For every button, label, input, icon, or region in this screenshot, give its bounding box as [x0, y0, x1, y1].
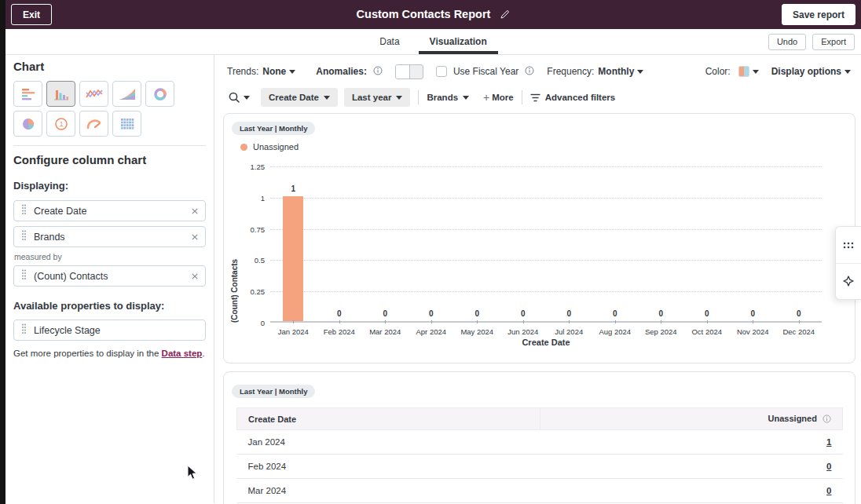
date-range-filter[interactable]: Last year [344, 88, 411, 107]
advanced-filters-button[interactable]: Advanced filters [530, 93, 615, 102]
chart-type-grid: 1 [13, 81, 182, 137]
x-tick-label: Feb 2024 [317, 327, 363, 336]
value-drilldown-link[interactable]: 0 [826, 462, 831, 471]
drag-handle-icon[interactable] [21, 268, 27, 284]
gridline [270, 229, 822, 230]
export-button[interactable]: Export [812, 34, 855, 50]
x-tick-label: Nov 2024 [730, 327, 776, 336]
line-chart-icon[interactable] [79, 81, 108, 107]
save-report-button[interactable]: Save report [782, 4, 856, 25]
trends-dropdown[interactable]: None [262, 66, 295, 77]
bar-value-label: 0 [730, 309, 776, 318]
x-axis-tick [385, 320, 386, 323]
available-fields: Lifecycle Stage [13, 320, 206, 341]
fiscal-year-checkbox[interactable] [436, 66, 447, 77]
dimension-field-0[interactable]: Create Date [13, 200, 206, 221]
info-icon[interactable] [823, 415, 831, 425]
kpi-icon[interactable]: 1 [46, 111, 75, 137]
data-step-link[interactable]: Data step [162, 349, 203, 358]
dimension-field-1-label: Brands [34, 232, 65, 243]
x-axis-tick [339, 320, 340, 323]
ai-sparkle-icon[interactable] [836, 264, 861, 300]
available-property-field[interactable]: Lifecycle Stage [13, 320, 206, 341]
donut-chart-icon[interactable] [145, 81, 174, 107]
value-drilldown-link[interactable]: 1 [826, 437, 831, 447]
table-header-row: Create Date Unassigned [237, 408, 843, 430]
topbar: Exit Custom Contacts Report Save report [5, 0, 861, 29]
tab-data[interactable]: Data [368, 29, 410, 54]
grid-dots-handle-icon[interactable] [836, 227, 861, 264]
remove-icon[interactable] [192, 208, 198, 214]
x-tick-label: Sep 2024 [638, 327, 684, 336]
fiscal-year-label: Use Fiscal Year [453, 66, 518, 77]
more-filters-button[interactable]: + More [483, 91, 514, 104]
drag-handle-icon[interactable] [21, 323, 27, 338]
frequency-dropdown[interactable]: Monthly [598, 66, 643, 77]
displaying-label: Displaying: [13, 180, 206, 192]
column-header-create-date: Create Date [237, 408, 540, 430]
bar-value-label: 0 [500, 309, 547, 318]
edit-title-pencil-icon[interactable] [500, 9, 510, 22]
anomalies-label: Anomalies: [316, 66, 367, 77]
legend-item[interactable]: Unassigned [240, 142, 299, 152]
x-tick-label: Mar 2024 [362, 327, 409, 336]
chart-plot: 100000000000 [270, 166, 822, 323]
x-tick-label: Apr 2024 [409, 327, 455, 336]
chevron-down-icon [396, 96, 402, 100]
measure-field[interactable]: (Count) Contacts [13, 265, 206, 287]
x-axis-tick [477, 320, 478, 323]
bar-value-label: 0 [592, 309, 639, 318]
x-axis-tick [615, 320, 616, 323]
table-card: Last Year | Monthly Create Date Unassign… [223, 371, 856, 504]
cell-value: 0 [540, 479, 843, 503]
anomalies-toggle[interactable] [395, 64, 423, 79]
plus-icon: + [483, 91, 489, 104]
nav-tabs: DataVisualization [5, 29, 861, 54]
value-drilldown-link[interactable]: 0 [826, 486, 831, 495]
tab-visualization[interactable]: Visualization [419, 29, 498, 54]
column-chart-icon[interactable] [46, 81, 75, 107]
color-label: Color: [705, 66, 731, 77]
available-property-field-label: Lifecycle Stage [34, 325, 101, 336]
fiscal-year-info-icon[interactable] [525, 66, 534, 78]
exit-button[interactable]: Exit [11, 4, 52, 25]
area-chart-icon[interactable] [112, 81, 141, 107]
chevron-down-icon [324, 96, 330, 100]
date-property-filter[interactable]: Create Date [261, 88, 338, 107]
horizontal-bar-chart-icon[interactable] [13, 81, 42, 107]
anomalies-info-icon[interactable] [373, 66, 383, 78]
dimension-field-0-label: Create Date [34, 206, 86, 217]
dimension-field-1[interactable]: Brands [13, 226, 206, 247]
undo-button[interactable]: Undo [768, 34, 806, 50]
x-tick-label: Aug 2024 [592, 327, 639, 336]
chart-bar[interactable] [283, 196, 303, 321]
navbar: DataVisualization Undo Export [5, 29, 861, 55]
table-row: Jan 20241 [237, 430, 843, 455]
color-dropdown[interactable] [735, 66, 759, 77]
chevron-down-icon [845, 70, 851, 74]
drag-handle-icon[interactable] [21, 203, 27, 219]
bar-value-label: 0 [684, 309, 731, 318]
x-axis-tick [431, 320, 432, 323]
report-title-wrap: Custom Contacts Report [5, 8, 861, 22]
floating-side-panel [835, 226, 861, 300]
bar-value-label: 0 [546, 309, 592, 318]
remove-icon[interactable] [192, 234, 198, 240]
x-axis-tick [707, 320, 708, 323]
chevron-down-icon [753, 70, 759, 74]
gauge-icon[interactable] [79, 111, 108, 137]
x-axis-tick [293, 320, 294, 323]
toggle-knob [396, 65, 410, 79]
pie-chart-icon[interactable] [13, 111, 42, 137]
table-icon[interactable] [112, 111, 141, 137]
display-options-dropdown[interactable]: Display options [771, 66, 851, 77]
remove-icon[interactable] [192, 273, 198, 279]
brands-filter[interactable]: Brands [427, 93, 469, 102]
drag-handle-icon[interactable] [21, 229, 27, 245]
report-builder-screen: Exit Custom Contacts Report Save report … [0, 0, 861, 504]
search-button[interactable] [224, 92, 255, 103]
measure-field-label: (Count) Contacts [34, 271, 108, 282]
controls-row: Trends: None Anomalies: Use Fiscal [227, 63, 856, 80]
bar-value-label: 0 [638, 309, 684, 318]
y-tick-label: 0.5 [238, 256, 265, 265]
